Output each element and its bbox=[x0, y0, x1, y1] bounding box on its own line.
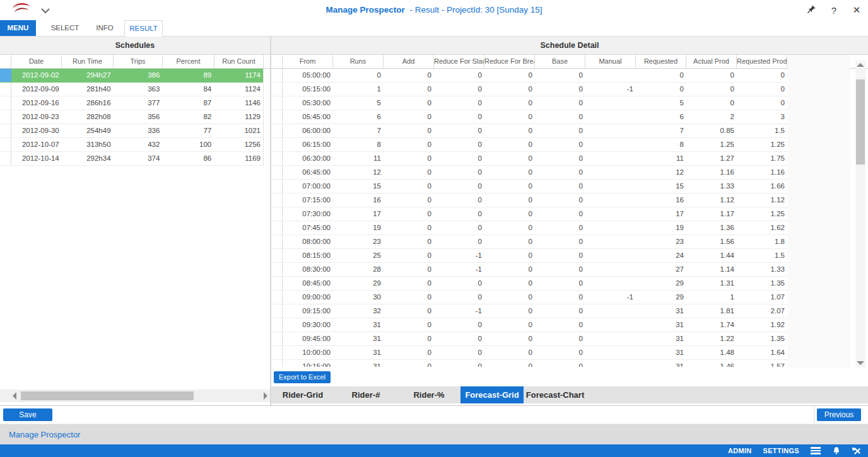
schedules-row[interactable]: 2012-09-02294h27386891174 bbox=[0, 69, 263, 83]
detail-cell[interactable]: 0 bbox=[384, 180, 434, 193]
detail-cell[interactable]: 0 bbox=[535, 96, 585, 110]
detail-cell[interactable]: 0 bbox=[484, 332, 535, 345]
detail-cell[interactable]: 0 bbox=[535, 291, 585, 304]
detail-cell[interactable]: 0 bbox=[484, 304, 535, 318]
taskbar-item-manage-prospector[interactable]: Manage Prospector bbox=[9, 424, 80, 445]
detail-cell[interactable]: 0 bbox=[434, 96, 484, 110]
tab-result[interactable]: RESULT bbox=[124, 20, 163, 37]
detail-cell[interactable]: 0 bbox=[535, 194, 585, 207]
detail-cell[interactable]: 0 bbox=[434, 166, 484, 179]
detail-cell[interactable] bbox=[585, 346, 636, 359]
detail-column-header[interactable]: Reduce For Brea bbox=[484, 55, 535, 68]
detail-row[interactable]: 09:30:00310000311.741.92 bbox=[271, 318, 788, 332]
detail-cell[interactable]: 08:30:00 bbox=[283, 263, 333, 276]
detail-cell[interactable]: 1 bbox=[686, 291, 737, 304]
detail-cell[interactable]: 1.56 bbox=[686, 235, 737, 248]
detail-cell[interactable]: 0 bbox=[535, 138, 585, 151]
detail-cell[interactable]: 1.75 bbox=[737, 152, 787, 165]
schedules-cell[interactable]: 2012-09-02 bbox=[11, 69, 62, 82]
detail-cell[interactable]: 6 bbox=[333, 110, 384, 124]
detail-cell[interactable]: 1.48 bbox=[686, 346, 737, 359]
row-selector-cell[interactable] bbox=[271, 69, 283, 82]
detail-cell[interactable]: 0 bbox=[484, 263, 535, 276]
row-selector-cell[interactable] bbox=[0, 110, 11, 124]
detail-cell[interactable]: 1.33 bbox=[686, 180, 737, 193]
horizontal-scroll-thumb[interactable] bbox=[21, 391, 194, 400]
detail-cell[interactable]: 0 bbox=[484, 277, 535, 290]
detail-cell[interactable]: 0 bbox=[384, 83, 434, 96]
row-selector-cell[interactable] bbox=[271, 124, 283, 137]
detail-cell[interactable]: 1.5 bbox=[737, 249, 787, 262]
detail-cell[interactable]: 0 bbox=[535, 332, 585, 345]
detail-cell[interactable]: 1.14 bbox=[686, 263, 737, 276]
detail-cell[interactable]: 3 bbox=[737, 110, 787, 124]
detail-cell[interactable]: 12 bbox=[636, 166, 686, 179]
detail-cell[interactable]: 0 bbox=[686, 96, 737, 110]
detail-cell[interactable]: 0 bbox=[535, 166, 585, 179]
detail-cell[interactable]: 31 bbox=[333, 346, 384, 359]
detail-cell[interactable]: 0 bbox=[333, 69, 384, 82]
schedules-cell[interactable]: 281h40 bbox=[62, 83, 114, 96]
detail-cell[interactable]: 0 bbox=[484, 318, 535, 332]
schedules-cell[interactable]: 82 bbox=[162, 110, 214, 124]
detail-cell[interactable]: 0 bbox=[737, 96, 787, 110]
detail-cell[interactable]: 0 bbox=[484, 249, 535, 262]
detail-cell[interactable]: 30 bbox=[333, 291, 384, 304]
detail-row[interactable]: 08:45:00290000291.311.35 bbox=[271, 277, 788, 291]
view-tab-rider-number[interactable]: Rider-# bbox=[334, 386, 397, 403]
schedules-cell[interactable]: 386 bbox=[114, 69, 163, 82]
pin-icon[interactable] bbox=[806, 4, 816, 16]
detail-cell[interactable]: 1 bbox=[333, 83, 384, 96]
detail-cell[interactable] bbox=[585, 249, 636, 262]
row-selector-cell[interactable] bbox=[271, 304, 283, 318]
detail-row[interactable]: 05:30:0050000500 bbox=[271, 96, 788, 110]
detail-cell[interactable]: 05:15:00 bbox=[283, 83, 333, 96]
row-selector-cell[interactable] bbox=[271, 194, 283, 207]
detail-cell[interactable]: 0 bbox=[384, 263, 434, 276]
schedules-row[interactable]: 2012-10-07313h504321001256 bbox=[0, 138, 263, 152]
detail-cell[interactable]: 06:30:00 bbox=[283, 152, 333, 165]
previous-button[interactable]: Previous bbox=[817, 408, 861, 421]
row-selector-cell[interactable] bbox=[271, 138, 283, 151]
detail-column-header[interactable]: Actual Prod bbox=[686, 55, 737, 68]
schedules-cell[interactable]: 1256 bbox=[214, 138, 263, 151]
detail-cell[interactable]: 0 bbox=[384, 110, 434, 124]
detail-cell[interactable]: 0 bbox=[535, 263, 585, 276]
detail-cell[interactable] bbox=[585, 207, 636, 221]
detail-cell[interactable] bbox=[585, 221, 636, 234]
row-selector-cell[interactable] bbox=[0, 96, 11, 110]
detail-cell[interactable]: 1.36 bbox=[686, 221, 737, 234]
detail-cell[interactable]: -1 bbox=[434, 249, 484, 262]
schedules-cell[interactable]: 100 bbox=[162, 138, 214, 151]
detail-row[interactable]: 07:30:00170000171.171.25 bbox=[271, 207, 788, 221]
detail-cell[interactable]: 0 bbox=[384, 291, 434, 304]
detail-cell[interactable]: 0 bbox=[686, 69, 737, 82]
detail-cell[interactable] bbox=[585, 277, 636, 290]
schedules-row[interactable]: 2012-09-23282h08356821129 bbox=[0, 110, 263, 124]
detail-cell[interactable]: 31 bbox=[636, 332, 686, 345]
detail-cell[interactable]: 11 bbox=[333, 152, 384, 165]
detail-cell[interactable]: 31 bbox=[636, 360, 686, 367]
scroll-down-arrow[interactable] bbox=[857, 361, 864, 365]
detail-cell[interactable]: 0 bbox=[384, 166, 434, 179]
detail-cell[interactable]: 10:15:00 bbox=[283, 360, 333, 367]
detail-cell[interactable]: 10:00:00 bbox=[283, 346, 333, 359]
detail-cell[interactable]: -1 bbox=[434, 263, 484, 276]
schedules-cell[interactable]: 1169 bbox=[214, 152, 263, 165]
detail-cell[interactable]: 0 bbox=[686, 83, 737, 96]
schedules-cell[interactable]: 377 bbox=[114, 96, 163, 110]
detail-cell[interactable] bbox=[585, 138, 636, 151]
detail-cell[interactable]: 12 bbox=[333, 166, 384, 179]
detail-cell[interactable]: 0 bbox=[535, 110, 585, 124]
detail-cell[interactable]: 0 bbox=[484, 96, 535, 110]
detail-cell[interactable] bbox=[585, 263, 636, 276]
detail-cell[interactable]: 07:30:00 bbox=[283, 207, 333, 221]
schedules-cell[interactable]: 292h34 bbox=[62, 152, 114, 165]
schedules-cell[interactable]: 286h16 bbox=[62, 96, 114, 110]
detail-cell[interactable]: 0 bbox=[384, 124, 434, 137]
detail-row[interactable]: 05:00:0000000000 bbox=[271, 69, 788, 83]
detail-cell[interactable]: 32 bbox=[333, 304, 384, 318]
row-selector-cell[interactable] bbox=[271, 152, 283, 165]
schedules-cell[interactable]: 87 bbox=[162, 96, 214, 110]
view-tab-rider-percent[interactable]: Rider-% bbox=[397, 386, 460, 403]
